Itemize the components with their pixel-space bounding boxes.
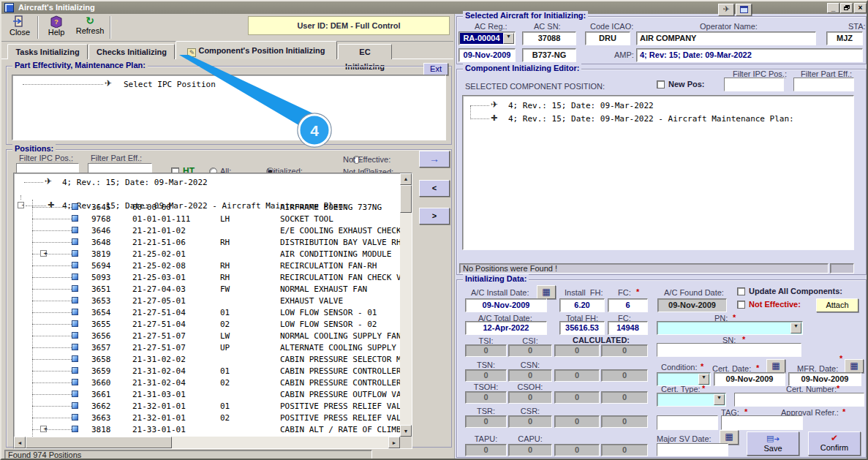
close-window-button[interactable]: × bbox=[854, 3, 867, 13]
tree-connector bbox=[32, 371, 72, 372]
position-row[interactable]: + 5694 21-25-02-08 RH RECIRCULATION FAN-… bbox=[14, 260, 400, 271]
help-button[interactable]: ? Help bbox=[41, 15, 72, 39]
cert-type-dropdown[interactable]: ▼ bbox=[657, 393, 726, 407]
cert-date-value[interactable]: 09-Nov-2009 bbox=[714, 372, 785, 386]
close-button[interactable]: Close bbox=[4, 15, 35, 39]
update-all-checkbox[interactable] bbox=[737, 287, 745, 295]
scroll-right-button[interactable]: ► bbox=[388, 437, 400, 448]
scroll-thumb[interactable] bbox=[400, 185, 412, 213]
position-row[interactable]: + 3654 21-27-51-04 01 LOW FLOW SENSOR - … bbox=[14, 306, 400, 318]
position-id: 3662 bbox=[91, 401, 111, 412]
position-ata: 21-32-01-01 bbox=[132, 401, 186, 412]
tab-checks-initializing[interactable]: Checks Initializing bbox=[88, 44, 175, 59]
chevron-down-icon[interactable]: ▼ bbox=[714, 394, 725, 405]
position-desc: DISTRIBUTION BAY VALVE RH bbox=[280, 237, 400, 249]
positions-list[interactable]: ✈ 4; Rev.: 15; Date: 09-Mar-2022 - ✚ 4; … bbox=[13, 173, 412, 449]
refresh-button[interactable]: ↻ Refresh bbox=[73, 15, 107, 39]
position-id: 3660 bbox=[91, 377, 111, 389]
tag-input[interactable] bbox=[657, 416, 717, 429]
minimize-button[interactable]: _ bbox=[827, 3, 839, 13]
position-row[interactable]: + 3653 21-27-05-01 EXHAUST VALVE bbox=[14, 295, 400, 306]
install-fh-value[interactable]: 6.20 bbox=[559, 298, 605, 312]
attach-button[interactable]: Attach bbox=[816, 298, 858, 312]
expand-plus-icon[interactable]: + bbox=[40, 426, 47, 432]
scroll-thumb[interactable] bbox=[26, 437, 172, 448]
horizontal-scrollbar[interactable]: ◄ ► bbox=[14, 437, 400, 448]
position-row[interactable]: + 3658 21-31-02-02 CABIN PRESSURE SELECT… bbox=[14, 353, 400, 365]
position-row[interactable]: + 3818 21-33-01-01 CABIN ALT / RATE OF C… bbox=[14, 423, 400, 435]
tree-connector bbox=[32, 336, 72, 336]
tab-ec-initializing[interactable]: EC Initializing bbox=[338, 44, 392, 59]
position-row[interactable]: + 3645 00-00-00 AIRFRAME BOEING 737NG bbox=[14, 201, 400, 213]
position-row[interactable]: + 3663 21-32-01-01 02 POSITIVE PRESS REL… bbox=[14, 412, 400, 423]
position-pos: 02 bbox=[220, 319, 230, 331]
major-sv-calendar-button[interactable]: ▦ bbox=[720, 430, 739, 445]
ac-install-date-value[interactable]: 09-Nov-2009 bbox=[465, 298, 547, 312]
position-row[interactable]: + 3655 21-27-51-04 02 LOW FLOW SENSOR - … bbox=[14, 318, 400, 330]
save-button[interactable]: ▤➔ Save bbox=[747, 431, 799, 456]
position-pos: 01 bbox=[220, 401, 230, 412]
position-row[interactable]: + 9768 01-01-01-111 LH SOCKET TOOL bbox=[14, 213, 400, 225]
sn-input-wrap bbox=[657, 343, 801, 357]
mfr-date-calendar-button[interactable]: ▦ bbox=[845, 359, 864, 373]
editor-filter-ipc-input[interactable] bbox=[725, 78, 783, 91]
position-row[interactable]: + 3646 21-21-01-02 E/E COOLING EXHAUST C… bbox=[14, 225, 400, 236]
scroll-left-button[interactable]: ◄ bbox=[14, 437, 26, 448]
position-row[interactable]: + 5093 21-25-03-01 RH RECIRCULATION FAN … bbox=[14, 271, 400, 283]
move-to-editor-button[interactable]: → bbox=[419, 151, 450, 167]
editor-item-label: 4; Rev.: 15; Date: 09-Mar-2022 - Aircraf… bbox=[508, 113, 794, 125]
calendar-icon: ▦ bbox=[771, 361, 780, 371]
position-row[interactable]: + 3656 21-27-51-07 LW NORMAL COOLING SUP… bbox=[14, 330, 400, 342]
update-all-label: Update All Components: bbox=[749, 287, 842, 295]
new-pos-checkbox[interactable] bbox=[657, 80, 665, 88]
part-effectivity-tree[interactable]: ✈ Select IPC Position bbox=[12, 75, 446, 140]
move-left-button[interactable]: < bbox=[419, 180, 450, 197]
ext-button[interactable]: Ext bbox=[423, 63, 448, 75]
tab-components-position-initializing[interactable]: ✎Component's Position Initializing bbox=[176, 41, 337, 59]
position-desc: NORMAL COOLING SUPPLY FAN - bbox=[280, 331, 400, 342]
ac-reg-combo[interactable]: RA-00004 ▼ bbox=[458, 31, 516, 45]
position-row[interactable]: + 3648 21-21-51-06 RH DISTRIBUTION BAY V… bbox=[14, 236, 400, 248]
cert-date-calendar-button[interactable]: ▦ bbox=[766, 359, 785, 373]
tree-item-label[interactable]: Select IPC Position bbox=[124, 79, 216, 91]
position-row[interactable]: + 3819 21-25-02-01 AIR CONDITIONING MODU… bbox=[14, 248, 400, 260]
window-title: Aircraft's Initializing bbox=[18, 1, 95, 13]
tree-root-revision[interactable]: ✈ 4; Rev.: 15; Date: 09-Mar-2022 bbox=[14, 176, 400, 188]
chevron-down-icon[interactable]: ▼ bbox=[790, 323, 801, 333]
confirm-button[interactable]: ✔ Confirm bbox=[808, 431, 861, 456]
position-row[interactable]: + 3657 21-27-51-07 UP ALTERNATE COOLING … bbox=[14, 342, 400, 353]
scroll-down-button[interactable]: ▼ bbox=[400, 425, 412, 437]
position-row[interactable]: + 3660 21-31-02-04 02 CABIN PRESSURE CON… bbox=[14, 377, 400, 388]
position-pos: UP bbox=[220, 342, 230, 354]
position-row[interactable]: + 3661 21-31-03-01 CABIN PRESSURE OUTFLO… bbox=[14, 388, 400, 400]
move-right-button[interactable]: > bbox=[419, 208, 450, 225]
not-effective-label: Not Effective: bbox=[749, 300, 801, 309]
expand-plus-icon[interactable]: + bbox=[40, 250, 47, 257]
approval-input[interactable] bbox=[722, 416, 802, 429]
position-desc: AIRFRAME BOEING 737NG bbox=[280, 202, 382, 214]
install-date-calendar-button[interactable]: ▦ bbox=[537, 285, 556, 299]
position-row[interactable]: + 3662 21-32-01-01 01 POSITIVE PRESS REL… bbox=[14, 400, 400, 412]
not-effective-checkbox[interactable] bbox=[737, 301, 745, 309]
scroll-up-button[interactable]: ▲ bbox=[400, 173, 412, 185]
vertical-scrollbar[interactable]: ▲ ▼ bbox=[400, 173, 412, 437]
aircraft-tool-button[interactable]: ✈ bbox=[718, 4, 734, 16]
tab-tasks-initializing[interactable]: Tasks Initializing bbox=[7, 44, 88, 59]
chevron-down-icon[interactable]: ▼ bbox=[698, 374, 709, 385]
pn-dropdown[interactable]: ▼ bbox=[657, 321, 803, 335]
install-fc-value[interactable]: 6 bbox=[608, 298, 648, 312]
export-window-button[interactable] bbox=[736, 4, 752, 16]
position-row[interactable]: + 3651 21-27-04-03 FW NORMAL EXHAUST FAN bbox=[14, 283, 400, 295]
position-row[interactable]: + 3659 21-31-02-04 01 CABIN PRESSURE CON… bbox=[14, 365, 400, 377]
restore-button[interactable] bbox=[840, 3, 853, 13]
sn-input[interactable] bbox=[657, 344, 801, 356]
editor-filter-part-input[interactable] bbox=[794, 78, 853, 91]
position-id: 3646 bbox=[91, 225, 111, 237]
editor-tree-item[interactable]: ✚ 4; Rev.: 15; Date: 09-Mar-2022 - Aircr… bbox=[463, 113, 853, 124]
chevron-down-icon[interactable]: ▼ bbox=[503, 33, 514, 44]
editor-tree[interactable]: ✈ 4; Rev.: 15; Date: 09-Mar-2022 ✚ 4; Re… bbox=[462, 95, 854, 250]
major-sv-input[interactable] bbox=[657, 444, 728, 456]
component-cube-icon bbox=[72, 379, 78, 385]
editor-tree-item[interactable]: ✈ 4; Rev.: 15; Date: 09-Mar-2022 bbox=[463, 99, 853, 111]
cert-number-input[interactable] bbox=[735, 393, 864, 406]
